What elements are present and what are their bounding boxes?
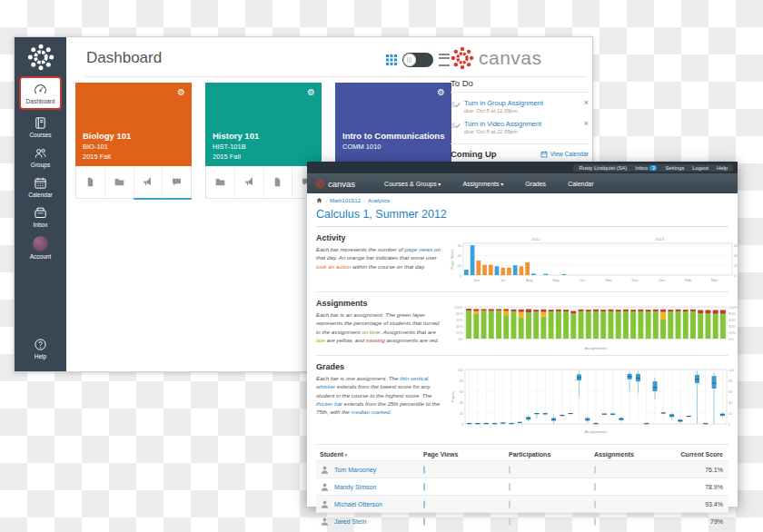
view-calendar-link[interactable]: View Calendar: [540, 151, 589, 158]
col-current-score[interactable]: Current Score: [679, 451, 728, 458]
course-name: Intro to Communications: [342, 131, 444, 141]
inline-link[interactable]: late: [316, 337, 325, 343]
files-tab[interactable]: [105, 166, 134, 198]
svg-text:40%: 40%: [728, 324, 736, 329]
close-icon[interactable]: ×: [584, 99, 589, 113]
course-card-header: ⚙ Biology 101 BIO-101 2015 Fall: [75, 83, 192, 166]
col-page-views[interactable]: Page Views: [423, 451, 509, 458]
inline-link[interactable]: missing: [366, 337, 385, 343]
sidebar-item-dashboard[interactable]: Dashboard: [19, 76, 62, 110]
svg-text:60: 60: [728, 389, 733, 394]
course-card-footer: [205, 166, 322, 199]
todo-link[interactable]: Turn in Video Assignment: [464, 120, 584, 128]
current-score: 76.1%: [679, 467, 728, 473]
table-row: Mandy Simson 78.9%: [316, 478, 728, 495]
section-heading: Activity: [316, 233, 441, 242]
person-icon: [320, 499, 330, 509]
user-menu[interactable]: Rusty Lindquist (SA): [579, 165, 627, 171]
inline-link[interactable]: took an action: [316, 263, 352, 270]
svg-text:100: 100: [458, 368, 464, 372]
gear-icon[interactable]: ⚙: [437, 87, 445, 97]
nav-courses-groups[interactable]: Courses & Groups: [384, 181, 441, 187]
inline-link[interactable]: median marked: [352, 409, 391, 415]
view-toggle-switch[interactable]: [402, 53, 433, 67]
col-student[interactable]: Student: [316, 451, 423, 458]
svg-text:Mar: Mar: [711, 278, 718, 282]
course-code: COMM 1010: [342, 143, 382, 151]
table-row: Michael Otterson 93.4%: [316, 495, 728, 512]
home-icon[interactable]: [316, 197, 322, 203]
svg-text:Jan: Jan: [659, 278, 665, 282]
sidebar-item-inbox[interactable]: Inbox: [15, 202, 66, 232]
svg-text:0%: 0%: [728, 337, 734, 341]
inline-link[interactable]: page views: [404, 246, 432, 252]
todo-item: Turn in Group Assignment due: Oct 5 at 1…: [451, 99, 589, 113]
svg-text:Aug: Aug: [526, 278, 533, 282]
student-link[interactable]: Mandy Simson: [334, 484, 376, 490]
course-card-history[interactable]: ⚙ History 101 HIST-101B 2015 Fall: [205, 83, 322, 199]
todo-due-date: due: Oct 8 at 11:59pm: [464, 129, 584, 134]
sidebar-item-courses[interactable]: Courses: [15, 113, 66, 143]
svg-text:80%: 80%: [456, 311, 463, 316]
todo-item: Turn in Video Assignment due: Oct 8 at 1…: [451, 120, 589, 134]
svg-text:80: 80: [728, 379, 733, 383]
person-icon: [320, 517, 330, 527]
svg-text:Jul: Jul: [500, 278, 505, 282]
nav-grades[interactable]: Grades: [525, 181, 546, 187]
help-link[interactable]: Help: [717, 165, 728, 171]
gear-icon[interactable]: ⚙: [307, 87, 315, 97]
sidebar-item-help[interactable]: Help: [15, 334, 66, 364]
course-name: Biology 101: [83, 131, 131, 141]
canvas-brand[interactable]: canvas: [315, 179, 355, 189]
breadcrumb-course[interactable]: Math101S12: [330, 198, 361, 203]
svg-text:20: 20: [728, 411, 733, 416]
sidebar-item-calendar[interactable]: Calendar: [15, 172, 66, 202]
table-header-row: Student Page Views Participations Assign…: [316, 448, 728, 460]
course-term: 2015 Fall: [213, 153, 241, 161]
col-assignments[interactable]: Assignments: [594, 451, 679, 458]
student-table: Student Page Views Participations Assign…: [316, 448, 728, 529]
svg-text:4k: 4k: [458, 253, 462, 258]
todo-link[interactable]: Turn in Group Assignment: [464, 99, 584, 107]
settings-link[interactable]: Settings: [665, 165, 684, 171]
inline-link[interactable]: thicker bar: [316, 400, 342, 407]
inline-link[interactable]: on time: [362, 329, 380, 335]
announcements-tab[interactable]: [134, 166, 164, 198]
announcements-tab[interactable]: [235, 166, 264, 198]
files-tab[interactable]: [206, 166, 235, 198]
student-link[interactable]: Jared Stein: [334, 518, 366, 525]
assignments-tab[interactable]: [264, 166, 293, 198]
col-participations[interactable]: Participations: [509, 451, 594, 458]
assignments-tab[interactable]: [76, 166, 105, 198]
student-link[interactable]: Tom Marooney: [334, 467, 376, 473]
course-title: Calculus 1, Summer 2012: [316, 208, 728, 227]
student-link[interactable]: Michael Otterson: [334, 501, 382, 507]
svg-text:0: 0: [734, 273, 737, 278]
sidebar-item-account[interactable]: Account: [15, 232, 66, 264]
grid-view-icon[interactable]: [386, 54, 397, 65]
svg-text:20%: 20%: [456, 330, 463, 335]
breadcrumb: › Math101S12 › Analytics: [316, 197, 728, 203]
canvas-brand: canvas: [451, 46, 589, 70]
close-icon[interactable]: ×: [584, 120, 589, 134]
logout-link[interactable]: Logout: [692, 165, 708, 171]
svg-text:80%: 80%: [728, 311, 736, 316]
nav-assignments[interactable]: Assignments: [462, 181, 503, 187]
svg-text:Nov: Nov: [605, 278, 612, 282]
sidebar-item-label: Inbox: [15, 222, 66, 228]
person-icon: [320, 465, 330, 475]
svg-text:20%: 20%: [728, 330, 736, 335]
gear-icon[interactable]: ⚙: [177, 87, 185, 97]
canvas-wordmark: canvas: [479, 47, 542, 69]
course-card-biology[interactable]: ⚙ Biology 101 BIO-101 2015 Fall: [75, 83, 192, 199]
document-icon: [85, 177, 95, 187]
inbox-link[interactable]: Inbox3: [635, 165, 657, 171]
inbox-count-badge: 3: [649, 165, 657, 171]
sidebar-item-groups[interactable]: Groups: [15, 143, 66, 172]
svg-text:Assignments: Assignments: [585, 346, 608, 350]
nav-calendar[interactable]: Calendar: [568, 181, 593, 187]
list-view-icon[interactable]: [439, 54, 450, 66]
breadcrumb-page[interactable]: Analytics: [368, 198, 390, 203]
discussions-tab[interactable]: [163, 166, 191, 198]
svg-text:2k: 2k: [734, 263, 738, 268]
